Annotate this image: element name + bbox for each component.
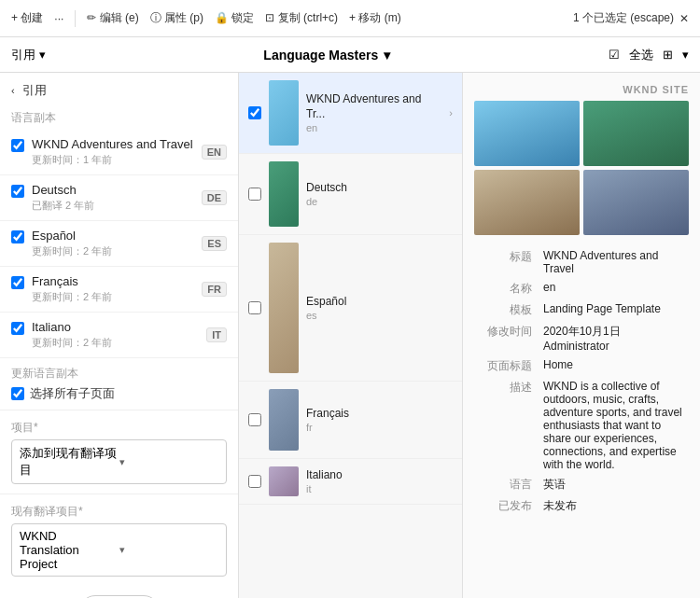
meta-value-name: en xyxy=(539,278,689,299)
props-button[interactable]: ⓘ 属性 (p) xyxy=(150,10,203,26)
move-button[interactable]: + 移动 (m) xyxy=(349,10,401,26)
lang-item-de: Deutsch 已翻译 2 年前 DE xyxy=(0,175,238,221)
lang-name-fr: Français xyxy=(32,274,194,288)
back-chevron[interactable]: ‹ xyxy=(11,85,15,96)
meta-row-template: 模板 Landing Page Template xyxy=(474,299,689,321)
mid-item-4[interactable]: Italiano it xyxy=(239,459,462,505)
more-button[interactable]: ··· xyxy=(54,12,63,25)
mid-checkbox-1[interactable] xyxy=(248,188,261,201)
mid-checkbox-3[interactable] xyxy=(248,413,261,426)
meta-label-page-title: 页面标题 xyxy=(474,355,539,377)
title-dropdown-icon[interactable]: ▾ xyxy=(384,48,390,63)
mid-title-3: Français xyxy=(306,407,453,422)
lang-meta-de: 已翻译 2 年前 xyxy=(32,199,194,213)
mid-sub-3: fr xyxy=(306,422,453,433)
selected-count: 1 个已选定 (escape) xyxy=(573,10,674,26)
collection-toggle[interactable]: 引用 ▾ xyxy=(11,47,46,63)
mid-thumb-0 xyxy=(269,80,299,146)
existing-project-select[interactable]: WKND Translation Project ▾ xyxy=(11,523,227,577)
mid-item-3[interactable]: Français fr xyxy=(239,382,462,459)
create-button[interactable]: + 创建 xyxy=(11,10,43,26)
update-children-label: 选择所有子页面 xyxy=(30,385,115,402)
mid-item-1[interactable]: Deutsch de xyxy=(239,154,462,235)
meta-value-desc: WKND is a collective of outdoors, music,… xyxy=(539,377,689,474)
lang-meta-fr: 更新时间：2 年前 xyxy=(32,290,194,304)
meta-label-template: 模板 xyxy=(474,299,539,321)
meta-value-page-title: Home xyxy=(539,355,689,377)
mid-item-0[interactable]: WKND Adventures and Tr... en › xyxy=(239,73,462,154)
project-section: 项目* 添加到现有翻译项目 ▾ xyxy=(0,410,238,494)
update-children-checkbox[interactable] xyxy=(11,387,24,400)
update-children-checkbox-wrap[interactable]: 选择所有子页面 xyxy=(11,385,227,402)
existing-project-label: 现有翻译项目* xyxy=(11,504,227,520)
lang-badge-es: ES xyxy=(202,236,227,251)
lang-name-de: Deutsch xyxy=(32,183,194,197)
left-panel: ‹ 引用 语言副本 WKND Adventures and Travel 更新时… xyxy=(0,73,239,598)
preview-cell-4 xyxy=(583,170,689,235)
left-panel-header: ‹ 引用 xyxy=(0,73,238,104)
view-dropdown-icon[interactable]: ▾ xyxy=(682,48,689,62)
mid-checkbox-4[interactable] xyxy=(248,475,261,488)
select-all-label[interactable]: 全选 xyxy=(629,47,653,63)
preview-grid xyxy=(474,101,689,235)
update-btn-wrap: 更新 xyxy=(0,586,238,598)
collection-dropdown-icon: ▾ xyxy=(39,48,46,62)
mid-checkbox-0[interactable] xyxy=(248,106,261,119)
mid-chevron-0: › xyxy=(449,107,453,118)
mid-title-4: Italiano xyxy=(306,468,453,483)
lang-meta-it: 更新时间：2 年前 xyxy=(32,336,199,350)
meta-row-published: 已发布 未发布 xyxy=(474,495,689,517)
site-label: WKND SITE xyxy=(474,84,689,95)
lang-checkbox-it[interactable] xyxy=(11,322,24,335)
mid-sub-0: en xyxy=(306,122,441,133)
project-placeholder: 添加到现有翻译项目 xyxy=(20,445,119,479)
lang-badge-it: IT xyxy=(206,327,227,342)
mid-checkbox-2[interactable] xyxy=(248,301,261,314)
page-title: Language Masters xyxy=(263,48,378,63)
mid-thumb-3 xyxy=(269,389,299,451)
meta-value-lang: 英语 xyxy=(539,474,689,495)
meta-value-template: Landing Page Template xyxy=(539,299,689,321)
select-all-checkbox[interactable]: ☑ xyxy=(609,48,620,62)
lang-badge-de: DE xyxy=(202,190,227,205)
copy-button[interactable]: ⊡ 复制 (ctrl+c) xyxy=(265,10,338,26)
lock-button[interactable]: 🔒 锁定 xyxy=(215,10,254,26)
mid-thumb-4 xyxy=(269,466,299,496)
mid-item-2[interactable]: Español es xyxy=(239,235,462,382)
meta-row-modified: 修改时间 2020年10月1日 Administrator xyxy=(474,321,689,355)
preview-cell-2 xyxy=(583,101,689,166)
mid-panel: WKND Adventures and Tr... en › Deutsch d… xyxy=(239,73,463,598)
lang-checkbox-en[interactable] xyxy=(11,139,24,152)
meta-value-title: WKND Adventures and Travel xyxy=(539,246,689,278)
existing-project-value: WKND Translation Project xyxy=(20,529,119,571)
meta-row-name: 名称 en xyxy=(474,278,689,299)
existing-project-section: 现有翻译项目* WKND Translation Project ▾ xyxy=(0,494,238,586)
lang-section-label: 语言副本 xyxy=(0,104,238,130)
lang-name-en: WKND Adventures and Travel xyxy=(32,137,194,151)
lang-name-it: Italiano xyxy=(32,320,199,334)
project-select[interactable]: 添加到现有翻译项目 ▾ xyxy=(11,439,227,484)
update-section: 更新语言副本 选择所有子页面 xyxy=(0,358,238,410)
lang-checkbox-fr[interactable] xyxy=(11,276,24,289)
lang-item-en: WKND Adventures and Travel 更新时间：1 年前 EN xyxy=(0,130,238,175)
meta-value-modified: 2020年10月1日 Administrator xyxy=(539,321,689,355)
meta-row-lang: 语言 英语 xyxy=(474,474,689,495)
close-icon[interactable]: ✕ xyxy=(679,12,689,25)
mid-sub-1: de xyxy=(306,196,453,207)
lang-item-es: Español 更新时间：2 年前 ES xyxy=(0,221,238,267)
collection-label: 引用 xyxy=(11,48,35,62)
existing-project-arrow: ▾ xyxy=(119,544,219,556)
meta-row-page-title: 页面标题 Home xyxy=(474,355,689,377)
meta-label-title: 标题 xyxy=(474,246,539,278)
mid-sub-4: it xyxy=(306,483,453,494)
view-toggle-icon[interactable]: ⊞ xyxy=(663,48,673,62)
edit-button[interactable]: ✏ 编辑 (e) xyxy=(87,10,138,26)
lang-checkbox-de[interactable] xyxy=(11,185,24,198)
meta-table: 标题 WKND Adventures and Travel 名称 en 模板 L… xyxy=(474,246,689,517)
lang-badge-en: EN xyxy=(202,145,227,160)
meta-row-desc: 描述 WKND is a collective of outdoors, mus… xyxy=(474,377,689,474)
mid-thumb-1 xyxy=(269,161,299,227)
lang-checkbox-es[interactable] xyxy=(11,230,24,243)
lang-item-it: Italiano 更新时间：2 年前 IT xyxy=(0,313,238,358)
panel-title: 引用 xyxy=(22,82,47,99)
